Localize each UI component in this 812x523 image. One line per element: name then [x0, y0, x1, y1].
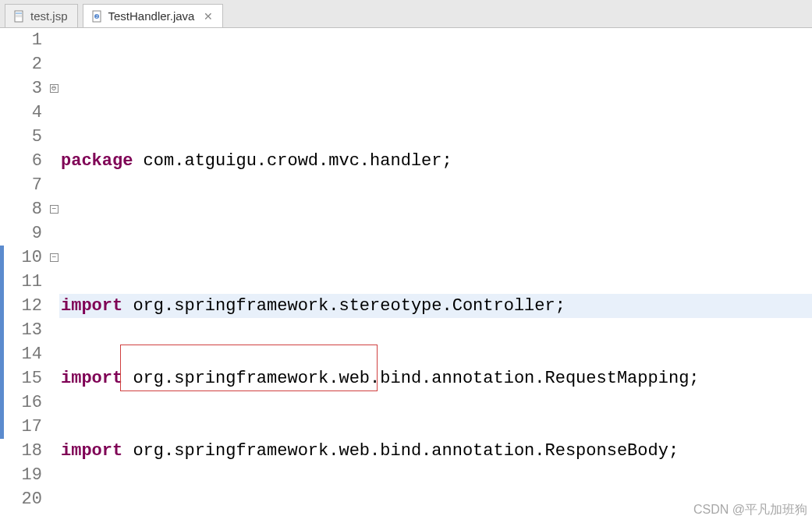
change-marker [0, 415, 4, 439]
code-line: import org.springframework.web.bind.anno… [61, 366, 812, 390]
marker-column [0, 28, 12, 523]
fold-collapse-icon[interactable]: − [50, 253, 59, 262]
change-marker [0, 270, 4, 294]
line-number: 6 [12, 149, 42, 173]
code-area[interactable]: package com.atguigu.crowd.mvc.handler; i… [59, 28, 812, 523]
tab-testhandler-java[interactable]: J TestHandler.java ✕ [83, 4, 224, 27]
change-marker [0, 366, 4, 390]
svg-rect-1 [16, 12, 22, 14]
line-number: 10 [12, 246, 42, 270]
line-number: 18 [12, 439, 42, 463]
jsp-file-icon [13, 10, 26, 23]
line-number: 12 [12, 294, 42, 318]
line-number: 17 [12, 415, 42, 439]
close-icon[interactable]: ✕ [204, 10, 213, 23]
fold-column: ⊖ − − [48, 28, 59, 523]
line-numbers: 1 2 3 4 5 6 7 8 9 10 11 12 13 14 15 16 1… [12, 28, 48, 523]
code-line: package com.atguigu.crowd.mvc.handler; [61, 149, 812, 173]
change-marker [0, 318, 4, 342]
change-marker [0, 342, 4, 366]
svg-rect-3 [16, 16, 22, 17]
line-number: 15 [12, 366, 42, 390]
line-number: 9 [12, 221, 42, 246]
code-line [61, 221, 812, 246]
change-marker [0, 390, 4, 415]
line-number: 3 [12, 76, 42, 101]
code-editor[interactable]: 1 2 3 4 5 6 7 8 9 10 11 12 13 14 15 16 1… [0, 28, 812, 523]
fold-expand-icon[interactable]: ⊖ [50, 84, 59, 93]
line-number: 11 [12, 270, 42, 294]
line-number: 7 [12, 173, 42, 197]
line-number: 2 [12, 52, 42, 76]
line-number: 14 [12, 342, 42, 366]
svg-rect-2 [16, 15, 22, 16]
editor-tabs: test.jsp J TestHandler.java ✕ [0, 0, 812, 28]
change-marker [0, 294, 4, 318]
tab-label: TestHandler.java [108, 9, 195, 23]
tab-label: test.jsp [30, 9, 68, 23]
line-number: 16 [12, 390, 42, 415]
code-line [61, 511, 812, 523]
line-number: 19 [12, 463, 42, 487]
line-number: 5 [12, 125, 42, 149]
code-line: import org.springframework.stereotype.Co… [61, 294, 812, 318]
code-line: import org.springframework.web.bind.anno… [61, 439, 812, 463]
change-marker [0, 246, 4, 270]
line-number: 8 [12, 197, 42, 221]
line-number: 20 [12, 487, 42, 511]
java-file-icon: J [91, 10, 104, 23]
line-number: 4 [12, 101, 42, 125]
line-number: 13 [12, 318, 42, 342]
line-number: 1 [12, 28, 42, 52]
fold-collapse-icon[interactable]: − [50, 205, 59, 214]
tab-test-jsp[interactable]: test.jsp [5, 4, 78, 27]
